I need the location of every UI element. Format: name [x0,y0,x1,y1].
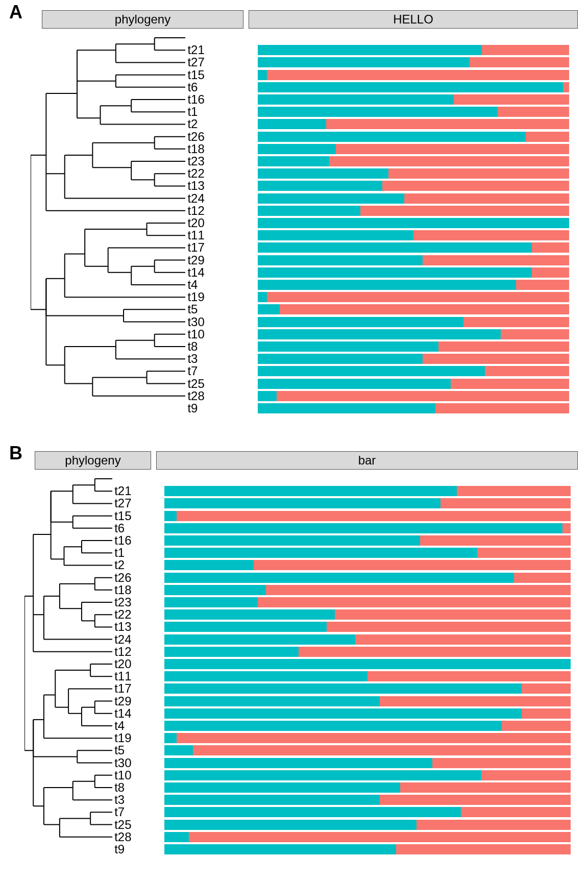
bar-seg-teal [258,317,463,327]
tip-label: t18 [187,143,204,155]
bar-seg-coral [413,230,569,240]
bar-seg-coral [461,807,571,817]
bar-seg-coral [267,292,569,302]
bar-seg-coral [423,354,569,364]
bar-seg-teal [258,57,470,67]
bar-seg-coral [280,304,569,314]
bar-seg-coral [522,683,571,694]
tip-label: t23 [187,155,204,167]
bar-seg-coral [258,597,571,607]
bar-seg-coral [382,181,569,191]
facet-header-left: phylogeny [42,10,243,29]
bar-seg-coral [526,132,569,142]
bar-seg-teal [258,379,451,389]
bar-row [164,498,571,508]
bar-seg-coral [432,758,571,768]
bar-seg-teal [164,844,396,854]
bar-row [164,696,571,706]
figure: AphylogenyHELLOt21t27t15t6t16t1t2t26t18t… [0,0,588,882]
phylogeny-tree: t21t27t15t6t16t1t2t26t18t23t22t13t24t12t… [24,473,132,855]
bar-row [164,733,571,743]
bar-seg-teal [258,45,482,55]
bar-seg-coral [470,57,569,67]
bar-row [164,585,571,595]
facet-header-right: HELLO [249,10,578,29]
bar-row [164,770,571,780]
bar-row [164,523,571,533]
facet-header-left: phylogeny [35,451,151,470]
bar-seg-coral [532,267,569,278]
bar-row [164,795,571,805]
bar-seg-teal [258,292,267,302]
tip-label: t7 [114,806,125,818]
tip-label: t6 [187,81,198,93]
bar-seg-teal [258,255,423,265]
bar-seg-coral [396,844,571,854]
bar-row [258,168,569,179]
tip-label: t21 [187,44,204,56]
tip-label: t24 [187,192,204,205]
bar-seg-teal [258,107,498,117]
bar-row [258,156,569,166]
bar-seg-teal [164,795,380,805]
bar-row [164,745,571,755]
bar-seg-teal [258,354,423,364]
bar-row [164,511,571,521]
bar-seg-teal [164,511,177,521]
tip-label: t16 [187,93,204,106]
bar-seg-coral [463,317,569,327]
bar-seg-teal [164,807,461,817]
tip-label: t12 [114,646,131,658]
bar-seg-teal [164,671,368,681]
bar-seg-coral [388,168,569,179]
tip-label: t26 [187,131,204,143]
tip-label: t8 [187,340,198,353]
tip-label: t9 [187,402,198,414]
bar-row [258,57,569,67]
bar-seg-teal [164,560,254,570]
panel-tag-B: B [9,443,22,464]
bar-seg-coral [481,770,571,780]
tip-label: t1 [187,106,198,118]
bar-row [258,391,569,401]
tip-label: t30 [114,757,131,769]
bar-seg-coral [380,696,571,706]
bar-seg-coral [438,341,569,352]
bar-seg-coral [267,70,569,80]
bar-row [164,560,571,570]
tip-label: t29 [187,254,204,266]
bar-row [164,782,571,793]
bar-row [164,659,571,669]
tip-label: t15 [187,69,204,81]
bar-seg-coral [532,242,569,253]
tip-label: t27 [114,497,131,509]
bar-seg-teal [258,242,532,253]
bar-row [258,82,569,92]
bar-seg-coral [563,82,569,92]
bar-seg-teal [258,82,563,92]
bar-row [164,820,571,830]
bar-seg-teal [258,144,336,154]
bar-seg-teal [258,156,329,166]
panel-tag-A: A [9,2,22,23]
bar-row [258,304,569,314]
bar-row [164,634,571,645]
bar-row [258,317,569,327]
bar-seg-teal [258,94,454,105]
bar-seg-coral [454,94,569,105]
bar-row [258,107,569,117]
bar-row [164,486,571,496]
tip-label: t11 [187,229,204,241]
bar-seg-teal [164,782,400,793]
bar-seg-teal [164,609,335,620]
bar-row [258,267,569,278]
tip-label: t20 [114,658,131,670]
tip-label: t2 [114,559,125,571]
bar-row [258,242,569,253]
tip-label: t12 [187,205,204,217]
bar-row [164,609,571,620]
tip-label: t3 [114,794,125,806]
tip-label: t15 [114,510,131,522]
bar-row [164,671,571,681]
bar-seg-teal [164,548,477,558]
